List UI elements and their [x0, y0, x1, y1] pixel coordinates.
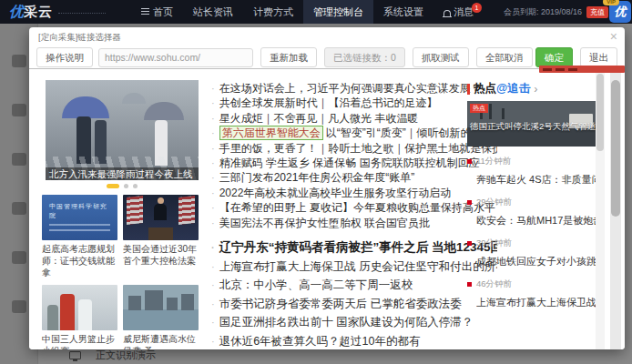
headline-link[interactable]: ·上海宣布打赢大上海保卫战 历史会记住坚守和付出的所有人: [211, 258, 497, 277]
hot-panel-header[interactable]: 热点 @追击 ›: [467, 81, 596, 96]
headline-link[interactable]: ·在这场对话会上，习近平为何强调要真心实意谋发展？: [211, 81, 497, 96]
headline-link[interactable]: ·第六届世界智能大会以“智变”引“质变”｜倾听创新的律动: [211, 126, 497, 140]
headline-link[interactable]: ·市委书记跻身省委常委两天后 已掌舵省委政法委: [211, 295, 497, 314]
hot-news-image[interactable]: 热点 德国正式叫停北溪2号天然气管道: [467, 101, 596, 147]
dialog-scrollbar-track: [610, 69, 621, 349]
headline-column: ·在这场对话会上，习近平为何强调要真心实意谋发展？·共创全球发展新时代｜【沿着总…: [211, 81, 497, 349]
headline-link[interactable]: ·精准赋码 学生返乡 保通保畅 国务院联防联控机制回应: [211, 156, 497, 170]
thumbnail-image: [42, 285, 117, 330]
app-logo[interactable]: 优 采云: [9, 3, 106, 22]
thumbnail-image: [123, 285, 199, 330]
bell-icon: [443, 10, 451, 16]
umbrella-shape: [62, 96, 109, 118]
ad-banner-fragment: [539, 66, 625, 73]
selected-link-highlight[interactable]: 第六届世界智能大会: [219, 126, 323, 140]
reload-button[interactable]: 重新加载: [260, 47, 317, 67]
square-bullet-icon: [467, 159, 472, 164]
thumbnail-caption[interactable]: 起底高考志愿规划师：证书交钱就能拿: [42, 243, 117, 278]
accent-bar: [467, 84, 470, 95]
screen: 优 采云 首页站长资讯计费方式管理控制台系统设置消息1 会员到期: 2019/0…: [0, 0, 632, 364]
hot-news-text[interactable]: 上海宣布打赢大上海保卫战: [476, 296, 596, 309]
bullet-icon: ·: [211, 217, 215, 228]
hot-news-item[interactable]: 46分钟前上海宣布打赢大上海保卫战: [467, 278, 596, 309]
headline-link[interactable]: ·美国宪法不再保护女性堕胎权 联合国官员批: [211, 216, 497, 230]
bullet-icon: ·: [211, 242, 215, 253]
chimney-shape: [502, 108, 505, 119]
nav-item-5[interactable]: 系统设置: [373, 0, 433, 24]
headline-link[interactable]: ·三部门发布2021年住房公积金年度“账单”: [211, 170, 497, 185]
headline-link[interactable]: ·共创全球发展新时代｜【沿着总书记的足迹】: [211, 96, 497, 110]
bullet-icon: ·: [211, 261, 215, 272]
thumbnail-item-1[interactable]: 中国管理科学研究院起底高考志愿规划师：证书交钱就能拿: [42, 195, 117, 278]
inner-scrollbar-thumb[interactable]: [596, 74, 604, 151]
grid-icon: [141, 8, 149, 15]
bullet-icon: ·: [211, 143, 215, 154]
dialog-toolbar: 操作说明 重新加载 已选链接数：0 抓取测试 全部取消 确定 退出: [36, 46, 617, 69]
exit-button[interactable]: 退出: [580, 47, 617, 67]
bullet-icon: ·: [211, 157, 215, 168]
dialog-scrollbar-thumb[interactable]: [611, 80, 620, 217]
url-input[interactable]: [98, 48, 253, 67]
headline-link[interactable]: ·手里的饭，更香了！｜聆听土地之歌｜保护黑土地就是保护每个…: [211, 141, 497, 156]
bullet-icon: ·: [211, 317, 215, 328]
thumbnail-item-2[interactable]: 美国会通过近30年首个重大控枪法案: [123, 195, 199, 278]
carousel-image-rain[interactable]: 北方入汛来最强降雨过程今夜上线: [46, 80, 199, 180]
thumbnail-caption[interactable]: 威尼斯遭遇高水位侵袭 圣: [123, 333, 199, 349]
square-bullet-icon: [467, 200, 472, 205]
news-carousel[interactable]: 北方入汛来最强降雨过程今夜上线: [46, 80, 199, 188]
bullet-icon: ·: [211, 298, 215, 309]
notification-badge: 1: [472, 3, 482, 13]
carousel-dot-2[interactable]: [124, 184, 128, 188]
confirm-button[interactable]: 确定: [535, 47, 573, 67]
headline-link[interactable]: ·辽宁丹东“持黄码者看病被拦”事件之后 当地12345回应: [211, 238, 497, 258]
nav-item-3[interactable]: 计费方式: [243, 0, 303, 24]
umbrella-shape: [144, 102, 184, 120]
thumbnail-image: [123, 195, 199, 240]
recharge-button[interactable]: 充值: [586, 6, 608, 18]
membership-expiry: 会员到期: 2019/08/16: [504, 6, 582, 18]
headline-link[interactable]: ·【在希望的田野上 夏收记】今年夏粮收购总量保持高水平: [211, 200, 497, 215]
nav-item-2[interactable]: 站长资讯: [183, 0, 243, 24]
headline-link[interactable]: ·退休近6年被查算久吗？超过10年的都有: [211, 332, 497, 349]
close-icon[interactable]: ×: [610, 29, 617, 44]
bullet-icon: ·: [211, 113, 215, 124]
thumbnail-caption[interactable]: 中国三人男篮止步小组赛: [42, 333, 117, 349]
carousel-dot-1[interactable]: [107, 184, 119, 188]
hot-tag: 热点: [470, 104, 488, 113]
carousel-caption[interactable]: 北方入汛来最强降雨过程今夜上线: [46, 167, 199, 180]
carousel-dot-3[interactable]: [133, 184, 138, 188]
headline-link[interactable]: ·国足亚洲排名跌出前十 国家队建设为何陷入停滞？: [211, 313, 497, 332]
help-button[interactable]: 操作说明: [36, 47, 93, 67]
timestamp: 11分钟前: [467, 156, 596, 167]
nav-item-1[interactable]: 首页: [131, 0, 183, 24]
sign-text: 中国管理科学研究院: [49, 202, 110, 231]
headline-link[interactable]: ·2022年高校未就业高校毕业生服务攻坚行动启动: [211, 186, 497, 200]
thumbnail-item-3[interactable]: 中国三人男篮止步小组赛: [42, 285, 117, 349]
hot-news-text[interactable]: 奔驰车起火 4S店：非质量问题: [476, 173, 596, 187]
account-area: 会员到期: 2019/08/16 充值: [504, 6, 608, 18]
hot-news-text[interactable]: 欧安会：马航MH17是被炮击落: [476, 214, 596, 228]
nav-item-4[interactable]: 管理控制台: [303, 0, 373, 24]
hot-news-text[interactable]: 成都地铁回应女子对小孩跳闸机: [476, 255, 596, 268]
hot-news-item[interactable]: 11分钟前奔驰车起火 4S店：非质量问题: [467, 156, 596, 187]
hot-subtitle: @追击: [496, 81, 530, 96]
main-nav: 首页站长资讯计费方式管理控制台系统设置消息1: [131, 0, 494, 24]
headline-link[interactable]: ·北京：中小学、高一高二等下周一返校: [211, 276, 497, 295]
chimney-shape: [489, 104, 492, 119]
cancel-all-button[interactable]: 全部取消: [476, 47, 533, 67]
timestamp: 39分钟前: [467, 238, 596, 249]
logo-tagline: [58, 13, 106, 16]
link-selector-dialog: [定向采集]链接选择器 × 操作说明 重新加载 已选链接数：0 抓取测试 全部取…: [29, 27, 625, 349]
vip-badge: VIP: [603, 0, 619, 5]
nav-item-6[interactable]: 消息1: [433, 0, 494, 24]
logo-text-blue: 优: [9, 3, 24, 22]
hot-news-item[interactable]: 29分钟前欧安会：马航MH17是被炮击落: [467, 197, 596, 228]
bullet-icon: ·: [211, 187, 215, 198]
thumbnail-caption[interactable]: 美国会通过近30年首个重大控枪法案: [123, 243, 199, 267]
hot-news-item[interactable]: 39分钟前成都地铁回应女子对小孩跳闸机: [467, 238, 596, 268]
capture-test-button[interactable]: 抓取测试: [413, 47, 469, 67]
app-topbar: 优 采云 首页站长资讯计费方式管理控制台系统设置消息1 会员到期: 2019/0…: [0, 0, 632, 24]
headline-link[interactable]: ·星火成炬｜不舍再见｜凡人微光 丰收温暖: [211, 111, 497, 126]
square-bullet-icon: [467, 282, 472, 287]
thumbnail-item-4[interactable]: 威尼斯遭遇高水位侵袭 圣: [123, 285, 199, 349]
